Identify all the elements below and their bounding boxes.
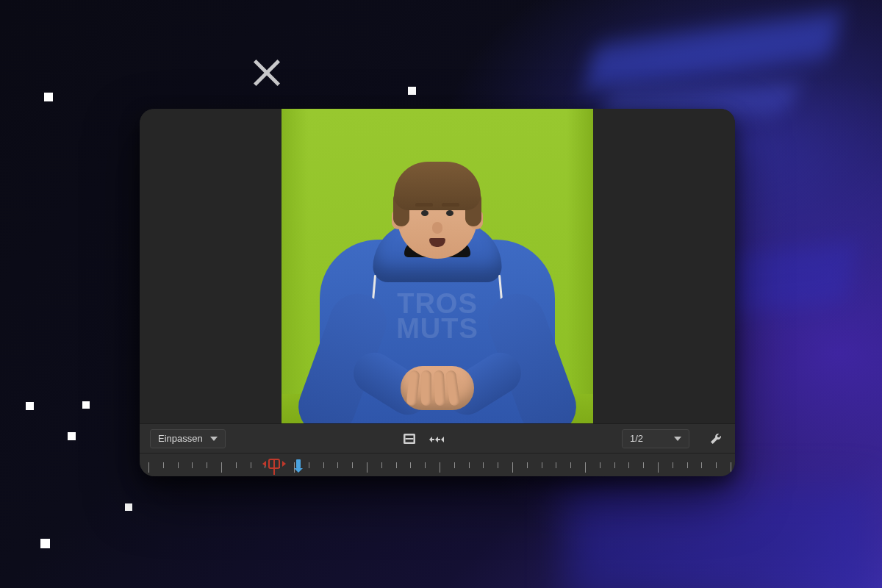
page-background: TROSMUTS — [0, 0, 882, 588]
timeline-tick — [483, 462, 484, 468]
decor-square — [40, 539, 50, 548]
timeline-tick — [556, 462, 556, 468]
timeline-tick — [701, 462, 702, 468]
mini-timeline[interactable] — [140, 453, 735, 476]
preview-panel: TROSMUTS — [140, 109, 735, 476]
timeline-tick — [352, 462, 353, 468]
playback-quality-select[interactable]: 1/2 — [622, 429, 689, 448]
timeline-tick — [673, 462, 673, 468]
timeline-tick — [221, 462, 222, 473]
timeline-tick — [469, 462, 470, 468]
svg-rect-4 — [438, 439, 440, 440]
timeline-tick — [178, 462, 179, 468]
decor-square — [82, 401, 90, 409]
timeline-tick — [687, 462, 688, 468]
timeline-tick — [643, 462, 644, 468]
decor-square — [408, 87, 416, 95]
safe-margins-button[interactable] — [401, 431, 418, 447]
timeline-tick — [570, 462, 571, 468]
timeline-tick — [658, 462, 659, 473]
timeline-tick — [614, 462, 615, 468]
ripple-edit-icon — [429, 434, 446, 445]
video-frame: TROSMUTS — [282, 109, 593, 423]
timeline-tick — [410, 462, 411, 468]
video-viewport[interactable]: TROSMUTS — [140, 109, 735, 423]
bg-streak — [566, 485, 875, 588]
timeline-tick — [425, 462, 426, 468]
timeline-tick — [600, 462, 600, 468]
timeline-tick — [454, 462, 455, 468]
timeline-tick — [731, 462, 731, 473]
timeline-tick — [148, 462, 149, 473]
timeline-tick — [309, 462, 309, 468]
timeline-tick — [207, 462, 207, 468]
timeline-tick — [585, 462, 586, 473]
chevron-down-icon — [674, 437, 681, 441]
timeline-tick — [367, 462, 368, 473]
timeline-ruler[interactable] — [148, 462, 731, 476]
zoom-fit-label: Einpassen — [158, 433, 203, 444]
timeline-tick — [337, 462, 338, 468]
timeline-playhead[interactable] — [266, 456, 282, 474]
timeline-tick — [542, 462, 542, 468]
zoom-fit-select[interactable]: Einpassen — [150, 429, 226, 448]
decor-square — [125, 503, 132, 511]
timeline-tick — [163, 462, 164, 468]
safe-margins-icon — [403, 433, 416, 445]
hoodie-print: TROSMUTS — [396, 291, 478, 341]
timeline-tick — [498, 462, 498, 468]
svg-rect-3 — [432, 439, 434, 440]
timeline-tick — [192, 462, 193, 468]
decor-square — [44, 93, 53, 101]
ripple-edit-button[interactable] — [429, 431, 446, 447]
timeline-in-point[interactable] — [294, 459, 303, 473]
decor-square — [68, 432, 76, 440]
timeline-tick — [628, 462, 629, 468]
preview-toolbar: Einpassen — [140, 423, 735, 453]
decor-square — [26, 402, 34, 410]
chevron-down-icon — [210, 437, 218, 441]
wrench-icon — [709, 432, 723, 445]
timeline-tick — [396, 462, 397, 468]
playback-quality-label: 1/2 — [630, 433, 643, 444]
timeline-tick — [323, 462, 324, 468]
decor-x-icon — [250, 56, 284, 90]
timeline-tick — [381, 462, 382, 468]
timeline-tick — [716, 462, 717, 468]
settings-button[interactable] — [707, 431, 725, 447]
bg-streak — [584, 11, 842, 92]
timeline-tick — [527, 462, 528, 468]
subject-person: TROSMUTS — [312, 159, 562, 423]
timeline-tick — [251, 462, 251, 468]
svg-rect-2 — [406, 438, 414, 440]
timeline-tick — [236, 462, 237, 468]
timeline-tick — [512, 462, 513, 473]
timeline-tick — [440, 462, 440, 473]
